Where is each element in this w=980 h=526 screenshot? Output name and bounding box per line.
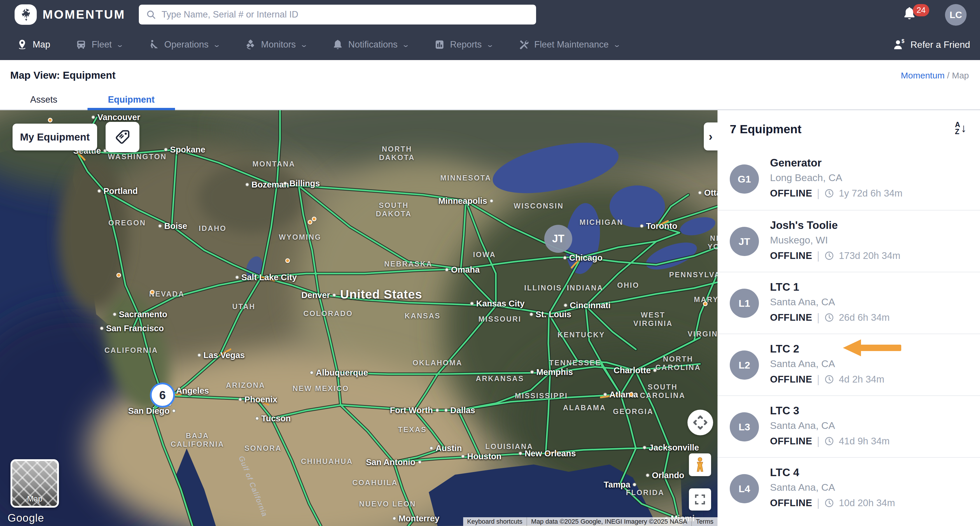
pegman-button[interactable] (689, 453, 711, 476)
sort-az-icon: AZ (955, 121, 960, 135)
offline-duration: 4d 2h 34m (839, 374, 885, 385)
nav-item-operations[interactable]: Operations ⌄ (148, 39, 220, 51)
refer-a-friend-button[interactable]: $ Refer a Friend (893, 29, 970, 60)
traffic-incident-icon (285, 258, 290, 263)
status-separator: | (817, 435, 819, 447)
map-data-attribution: Map data ©2025 Google, INEGI Imagery ©20… (527, 517, 692, 526)
nav-item-reports[interactable]: Reports ⌄ (434, 39, 493, 51)
page-title: Map View: Equipment (10, 69, 116, 81)
equipment-cluster-marker[interactable]: 6 (150, 383, 175, 408)
highlight-arrow-icon (843, 339, 901, 356)
equipment-location: Muskego, WI (770, 234, 828, 246)
offline-duration: 173d 20h 34m (839, 250, 900, 261)
equipment-avatar: G1 (730, 164, 759, 194)
equipment-avatar: L1 (730, 289, 759, 318)
terms-link[interactable]: Terms (692, 517, 718, 526)
clock-icon (824, 436, 834, 446)
traffic-incident-icon (48, 118, 52, 122)
tab-equipment[interactable]: Equipment (88, 89, 175, 110)
user-avatar[interactable]: LC (945, 4, 967, 25)
sidebar-header: 7 Equipment AZ ↓ (718, 110, 980, 148)
momentum-app: MOMENTUM 24 LC Map (0, 0, 980, 526)
equipment-list-item[interactable]: L2 LTC 2 Santa Ana, CA OFFLINE | 4d 2h 3… (718, 334, 980, 396)
traffic-incident-icon (116, 273, 121, 278)
offline-duration: 41d 9h 34m (839, 435, 889, 447)
nav-label: Operations (164, 39, 208, 50)
equipment-list-item[interactable]: G1 Generator Long Beach, CA OFFLINE | 1y… (718, 148, 980, 210)
breadcrumb-current: Map (952, 71, 969, 80)
main-nav: Map Fleet ⌄ Operations ⌄ (0, 29, 980, 60)
fullscreen-icon (694, 493, 706, 506)
tab-bar: Assets Equipment (0, 89, 980, 110)
status-offline-label: OFFLINE (770, 312, 812, 323)
status-separator: | (817, 373, 819, 385)
page-header: Map View: Equipment Momentum / Map (0, 60, 980, 89)
tools-icon (518, 39, 530, 51)
equipment-avatar: JT (730, 227, 759, 256)
tab-assets[interactable]: Assets (0, 89, 88, 110)
nav-label: Reports (450, 39, 482, 50)
sort-az-button[interactable]: AZ ↓ (955, 121, 967, 135)
status-separator: | (817, 311, 819, 324)
equipment-name: LTC 2 (770, 343, 799, 355)
search-icon (146, 10, 156, 20)
traffic-incident-icon (703, 302, 708, 306)
offline-duration: 1y 72d 6h 34m (839, 188, 902, 199)
clock-icon (824, 188, 834, 198)
nav-item-monitors[interactable]: Monitors ⌄ (245, 39, 307, 51)
equipment-list-item[interactable]: L1 LTC 1 Santa Ana, CA OFFLINE | 26d 6h … (718, 272, 980, 334)
traffic-incident-icon (629, 392, 633, 397)
equipment-location: Santa Ana, CA (770, 296, 835, 308)
clock-icon (824, 374, 834, 384)
nav-item-fleet-maintenance[interactable]: Fleet Maintenance ⌄ (518, 39, 620, 51)
momentum-logo[interactable] (14, 4, 37, 25)
nav-item-fleet[interactable]: Fleet ⌄ (75, 39, 123, 51)
my-equipment-button[interactable]: My Equipment (13, 124, 97, 151)
breadcrumb-link-momentum[interactable]: Momentum (901, 71, 945, 80)
equipment-marker-jt[interactable]: JT (544, 225, 572, 253)
equipment-name: LTC 3 (770, 405, 799, 417)
status-separator: | (817, 497, 819, 509)
breadcrumb: Momentum / Map (901, 71, 969, 81)
chevron-down-icon: ⌄ (486, 41, 494, 49)
traffic-incident-icon (312, 217, 317, 221)
offline-duration: 26d 6h 34m (839, 312, 889, 323)
chevron-down-icon: ⌄ (402, 41, 410, 49)
equipment-name: Generator (770, 157, 822, 169)
sidebar-collapse-button[interactable]: › (704, 122, 718, 151)
google-logo: Google (8, 512, 44, 524)
map-canvas[interactable]: WASHINGTONOREGONMONTANANORTH DAKOTASOUTH… (0, 110, 718, 526)
equipment-list-item[interactable]: L4 LTC 4 Santa Ana, CA OFFLINE | 10d 20h… (718, 457, 980, 519)
notification-count-badge[interactable]: 24 (913, 4, 929, 16)
global-search[interactable] (139, 5, 536, 24)
pan-control-button[interactable] (687, 410, 713, 435)
brand-title: MOMENTUM (43, 0, 126, 29)
map-type-label: Map (12, 494, 57, 504)
notifications-bell[interactable]: 24 (902, 5, 931, 25)
map-pin-icon (16, 39, 28, 51)
equipment-list-item[interactable]: JT Josh's Toolie Muskego, WI OFFLINE | 1… (718, 210, 980, 272)
nav-item-notifications[interactable]: Notifications ⌄ (332, 39, 409, 51)
map-type-toggle[interactable]: Map (11, 459, 59, 508)
nav-item-map[interactable]: Map (16, 39, 50, 51)
nav-label: Map (33, 39, 50, 50)
traffic-incident-icon (308, 220, 312, 224)
clock-icon (824, 313, 834, 323)
equipment-list-item[interactable]: L3 LTC 3 Santa Ana, CA OFFLINE | 41d 9h … (718, 396, 980, 457)
top-bar: MOMENTUM 24 LC (0, 0, 980, 29)
search-input[interactable] (162, 10, 529, 20)
equipment-status-line: OFFLINE | 41d 9h 34m (770, 435, 889, 447)
phoenix-icon (18, 7, 33, 22)
pegman-icon (694, 457, 706, 473)
keyboard-shortcuts-link[interactable]: Keyboard shortcuts (463, 517, 527, 526)
equipment-sidebar: 7 Equipment AZ ↓ G1 Generator Long Beach… (718, 110, 980, 526)
status-offline-label: OFFLINE (770, 250, 812, 261)
chevron-down-icon: ⌄ (300, 41, 308, 49)
fullscreen-button[interactable] (689, 488, 711, 510)
tag-filter-button[interactable] (106, 122, 139, 152)
svg-text:$: $ (902, 38, 904, 44)
clock-icon (824, 251, 834, 261)
operations-worker-icon (148, 39, 159, 51)
fleet-truck-icon (75, 39, 87, 51)
tag-icon (114, 129, 131, 146)
